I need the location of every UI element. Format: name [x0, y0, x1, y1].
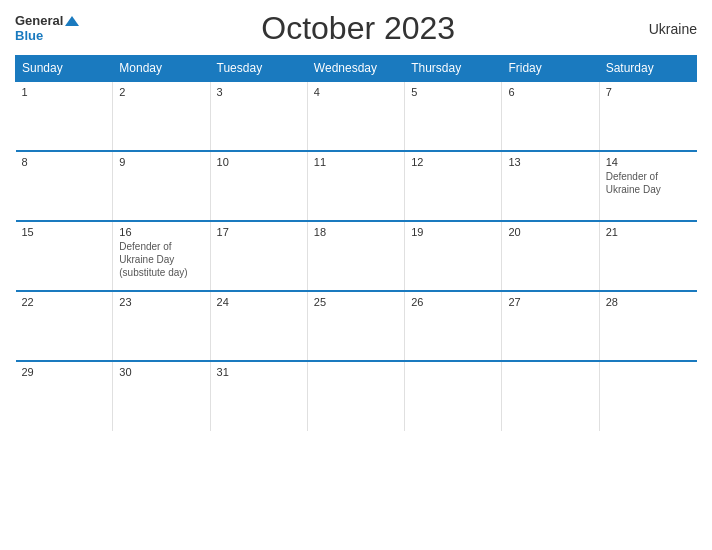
- day-number: 23: [119, 296, 203, 308]
- calendar-cell: 29: [16, 361, 113, 431]
- calendar-cell: 13: [502, 151, 599, 221]
- calendar-cell: 18: [307, 221, 404, 291]
- calendar-cell: 21: [599, 221, 696, 291]
- calendar-cell: [599, 361, 696, 431]
- day-number: 26: [411, 296, 495, 308]
- day-number: 27: [508, 296, 592, 308]
- calendar-cell: [405, 361, 502, 431]
- day-number: 10: [217, 156, 301, 168]
- calendar-header: Sunday Monday Tuesday Wednesday Thursday…: [16, 56, 697, 82]
- col-thursday: Thursday: [405, 56, 502, 82]
- day-number: 7: [606, 86, 691, 98]
- day-number: 30: [119, 366, 203, 378]
- calendar-cell: 22: [16, 291, 113, 361]
- calendar-cell: 30: [113, 361, 210, 431]
- calendar-cell: 15: [16, 221, 113, 291]
- day-number: 13: [508, 156, 592, 168]
- day-number: 3: [217, 86, 301, 98]
- calendar-cell: 17: [210, 221, 307, 291]
- calendar-cell: 2: [113, 81, 210, 151]
- day-number: 29: [22, 366, 107, 378]
- day-number: 1: [22, 86, 107, 98]
- calendar-cell: 5: [405, 81, 502, 151]
- calendar-cell: 23: [113, 291, 210, 361]
- page: General Blue October 2023 Ukraine Sunday…: [0, 0, 712, 550]
- calendar-row-2: 891011121314Defender of Ukraine Day: [16, 151, 697, 221]
- calendar-cell: 28: [599, 291, 696, 361]
- calendar-cell: 26: [405, 291, 502, 361]
- day-number: 21: [606, 226, 691, 238]
- day-number: 9: [119, 156, 203, 168]
- calendar-cell: 11: [307, 151, 404, 221]
- day-number: 15: [22, 226, 107, 238]
- calendar-cell: 7: [599, 81, 696, 151]
- calendar-cell: 9: [113, 151, 210, 221]
- day-number: 12: [411, 156, 495, 168]
- day-number: 16: [119, 226, 203, 238]
- calendar: Sunday Monday Tuesday Wednesday Thursday…: [15, 55, 697, 431]
- calendar-cell: 8: [16, 151, 113, 221]
- calendar-row-4: 22232425262728: [16, 291, 697, 361]
- day-number: 18: [314, 226, 398, 238]
- day-number: 11: [314, 156, 398, 168]
- month-title: October 2023: [79, 10, 637, 47]
- logo-triangle-icon: [65, 16, 79, 26]
- calendar-cell: 14Defender of Ukraine Day: [599, 151, 696, 221]
- day-number: 14: [606, 156, 691, 168]
- calendar-cell: 19: [405, 221, 502, 291]
- calendar-row-5: 293031: [16, 361, 697, 431]
- calendar-cell: 3: [210, 81, 307, 151]
- calendar-cell: 16Defender of Ukraine Day (substitute da…: [113, 221, 210, 291]
- col-wednesday: Wednesday: [307, 56, 404, 82]
- day-number: 2: [119, 86, 203, 98]
- day-number: 4: [314, 86, 398, 98]
- calendar-cell: [502, 361, 599, 431]
- col-tuesday: Tuesday: [210, 56, 307, 82]
- logo-blue-text: Blue: [15, 29, 79, 43]
- calendar-body: 1234567891011121314Defender of Ukraine D…: [16, 81, 697, 431]
- country-label: Ukraine: [637, 21, 697, 37]
- event-label: Defender of Ukraine Day (substitute day): [119, 240, 203, 279]
- logo-general-text: General: [15, 14, 63, 28]
- calendar-cell: 12: [405, 151, 502, 221]
- day-number: 25: [314, 296, 398, 308]
- day-number: 22: [22, 296, 107, 308]
- col-saturday: Saturday: [599, 56, 696, 82]
- day-number: 5: [411, 86, 495, 98]
- calendar-cell: 25: [307, 291, 404, 361]
- day-number: 28: [606, 296, 691, 308]
- calendar-row-1: 1234567: [16, 81, 697, 151]
- event-label: Defender of Ukraine Day: [606, 170, 691, 196]
- calendar-cell: 27: [502, 291, 599, 361]
- calendar-cell: 20: [502, 221, 599, 291]
- calendar-row-3: 1516Defender of Ukraine Day (substitute …: [16, 221, 697, 291]
- col-sunday: Sunday: [16, 56, 113, 82]
- col-friday: Friday: [502, 56, 599, 82]
- calendar-cell: 4: [307, 81, 404, 151]
- calendar-cell: [307, 361, 404, 431]
- day-number: 17: [217, 226, 301, 238]
- logo: General Blue: [15, 14, 79, 43]
- day-number: 19: [411, 226, 495, 238]
- day-number: 20: [508, 226, 592, 238]
- day-number: 6: [508, 86, 592, 98]
- day-number: 24: [217, 296, 301, 308]
- calendar-cell: 6: [502, 81, 599, 151]
- day-number: 8: [22, 156, 107, 168]
- day-number: 31: [217, 366, 301, 378]
- header: General Blue October 2023 Ukraine: [15, 10, 697, 47]
- calendar-cell: 24: [210, 291, 307, 361]
- days-of-week-row: Sunday Monday Tuesday Wednesday Thursday…: [16, 56, 697, 82]
- col-monday: Monday: [113, 56, 210, 82]
- calendar-cell: 10: [210, 151, 307, 221]
- calendar-cell: 31: [210, 361, 307, 431]
- calendar-cell: 1: [16, 81, 113, 151]
